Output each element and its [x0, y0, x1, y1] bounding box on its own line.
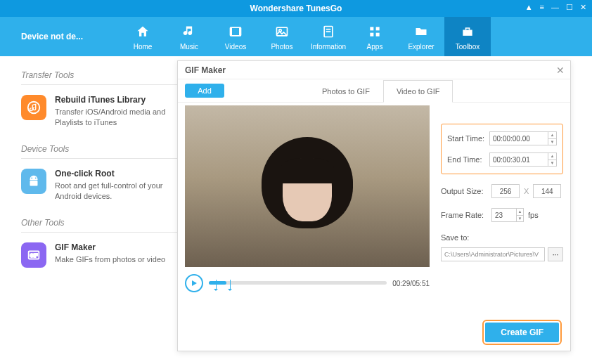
framerate-unit: fps	[528, 211, 539, 219]
itunes-icon	[21, 95, 46, 120]
toolbox-icon	[461, 23, 475, 40]
item-desc: Make GIFs from photos or video	[55, 254, 165, 265]
item-title: GIF Maker	[55, 242, 165, 252]
nav-home[interactable]: Home	[120, 17, 166, 56]
start-time-spinner[interactable]: ▲▼	[548, 132, 556, 145]
nav-videos[interactable]: Videos	[212, 17, 259, 56]
item-rebuild-itunes[interactable]: Rebuild iTunes Library Transfer iOS/Andr…	[21, 95, 183, 129]
range-handles[interactable]	[216, 277, 231, 290]
svg-text:GIF: GIF	[30, 252, 38, 257]
nav-label: Photos	[271, 43, 292, 51]
nav-label: Information	[311, 43, 346, 51]
modal-header: GIF Maker ✕	[178, 61, 570, 79]
section-device-tools: Device Tools	[21, 144, 183, 159]
maximize-icon[interactable]: ☐	[566, 3, 573, 12]
tabs: Photos to GIF Video to GIF	[309, 79, 453, 102]
end-time-input[interactable]	[490, 153, 548, 166]
nav-label: Apps	[367, 43, 383, 51]
item-title: Rebuild iTunes Library	[55, 95, 183, 105]
minimize-icon[interactable]: —	[551, 3, 559, 12]
nav-music[interactable]: Music	[166, 17, 212, 56]
nav-label: Home	[134, 43, 153, 51]
item-desc: Transfer iOS/Android media and Playlists…	[55, 107, 183, 129]
menu-icon[interactable]: ≡	[540, 3, 544, 12]
nav-apps[interactable]: Apps	[352, 17, 398, 56]
nav-information[interactable]: Information	[305, 17, 352, 56]
svg-rect-1	[231, 27, 233, 36]
close-window-icon[interactable]: ✕	[580, 3, 586, 12]
item-title: One-click Root	[55, 169, 183, 178]
output-height-input[interactable]	[533, 184, 561, 198]
output-size-label: Output Size:	[441, 187, 491, 195]
framerate-input[interactable]	[492, 209, 516, 221]
explorer-icon	[414, 23, 428, 40]
start-time-label: Start Time:	[447, 134, 489, 143]
device-status[interactable]: Device not de...	[0, 32, 120, 41]
apps-icon	[368, 23, 382, 40]
play-button[interactable]	[185, 274, 203, 292]
gif-icon: GIF	[21, 242, 46, 268]
modal-main: 00:29/05:51 Start Time: ▲▼ End Time: ▲▼ …	[178, 102, 570, 292]
nav-label: Toolbox	[456, 43, 480, 51]
browse-button[interactable]: ···	[548, 247, 563, 261]
music-icon	[182, 23, 196, 40]
info-icon	[321, 23, 335, 40]
videos-icon	[229, 23, 243, 40]
save-path-input[interactable]	[441, 247, 545, 261]
svg-rect-2	[239, 27, 241, 36]
nav-label: Music	[180, 43, 198, 51]
svg-rect-8	[370, 27, 373, 30]
svg-rect-9	[376, 27, 380, 30]
main-nav: Home Music Videos Photos Information App…	[120, 17, 491, 56]
add-button[interactable]: Add	[185, 84, 224, 98]
time-group: Start Time: ▲▼ End Time: ▲▼	[441, 124, 563, 174]
photos-icon	[275, 23, 289, 40]
video-area: 00:29/05:51	[185, 105, 430, 292]
body: Transfer Tools Rebuild iTunes Library Tr…	[0, 56, 592, 364]
app-title: Wondershare TunesGo	[250, 4, 342, 13]
settings-panel: Start Time: ▲▼ End Time: ▲▼ Output Size:…	[430, 105, 563, 292]
section-transfer-tools: Transfer Tools	[21, 70, 183, 85]
save-to-label: Save to:	[441, 233, 491, 242]
gif-maker-modal: GIF Maker ✕ Add Photos to GIF Video to G…	[177, 60, 571, 351]
playback-time: 00:29/05:51	[392, 280, 430, 287]
home-icon	[136, 23, 150, 40]
header: Device not de... Home Music Videos Photo…	[0, 17, 592, 56]
item-desc: Root and get full-control of your Androi…	[55, 181, 183, 202]
sidebar: Transfer Tools Rebuild iTunes Library Tr…	[21, 70, 183, 278]
window-controls: ▲ ≡ — ☐ ✕	[525, 3, 586, 12]
svg-rect-10	[370, 32, 373, 36]
framerate-spinner[interactable]: ▲▼	[516, 209, 523, 221]
nav-toolbox[interactable]: Toolbox	[444, 17, 491, 56]
create-gif-button[interactable]: Create GIF	[485, 323, 559, 342]
end-time-spinner[interactable]: ▲▼	[548, 153, 556, 166]
section-other-tools: Other Tools	[21, 218, 183, 233]
nav-explorer[interactable]: Explorer	[398, 17, 444, 56]
user-icon[interactable]: ▲	[525, 3, 533, 12]
nav-label: Videos	[225, 43, 246, 51]
svg-rect-11	[376, 32, 380, 36]
start-time-input[interactable]	[490, 132, 548, 145]
modal-toolbar: Add Photos to GIF Video to GIF	[178, 79, 570, 102]
video-controls: 00:29/05:51	[185, 274, 430, 292]
modal-title: GIF Maker	[185, 65, 226, 75]
item-one-click-root[interactable]: One-click Root Root and get full-control…	[21, 169, 183, 202]
size-separator: X	[524, 187, 529, 195]
svg-point-14	[35, 177, 37, 178]
end-time-label: End Time:	[447, 155, 489, 164]
item-gif-maker[interactable]: GIF GIF Maker Make GIFs from photos or v…	[21, 242, 183, 268]
android-icon	[21, 169, 46, 194]
svg-rect-15	[30, 181, 38, 186]
video-preview[interactable]	[185, 105, 430, 267]
framerate-label: Frame Rate:	[441, 211, 491, 219]
titlebar: Wondershare TunesGo ▲ ≡ — ☐ ✕	[0, 0, 592, 17]
tab-photos-to-gif[interactable]: Photos to GIF	[309, 79, 383, 102]
output-width-input[interactable]	[491, 184, 520, 198]
scrub-bar[interactable]	[209, 277, 387, 290]
nav-label: Explorer	[408, 43, 434, 51]
svg-point-13	[31, 177, 32, 178]
modal-footer: Create GIF	[485, 323, 559, 342]
nav-photos[interactable]: Photos	[259, 17, 305, 56]
close-icon[interactable]: ✕	[556, 65, 565, 76]
tab-video-to-gif[interactable]: Video to GIF	[383, 80, 453, 103]
